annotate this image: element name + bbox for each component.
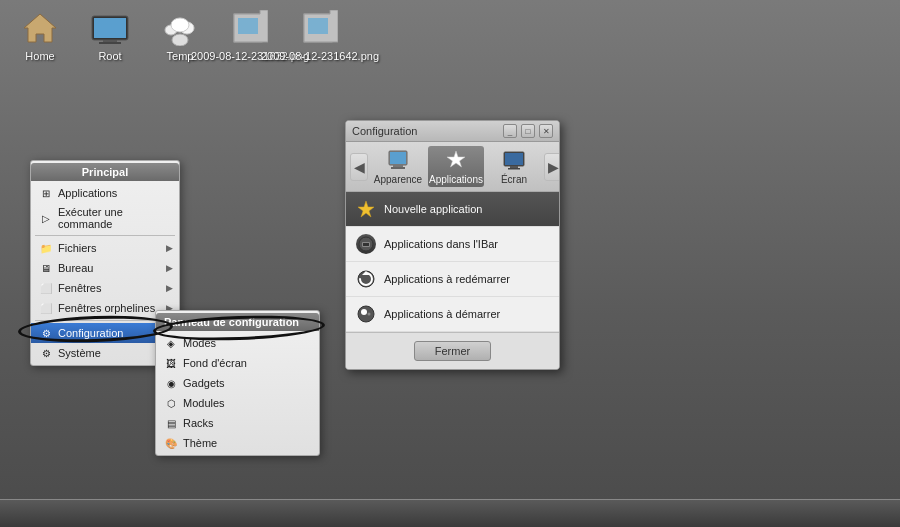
config-icon: ⚙ (39, 326, 53, 340)
menu-item-configuration-label: Configuration (58, 327, 123, 339)
menu-item-bureau-label: Bureau (58, 262, 93, 274)
config-panel-footer: Fermer (346, 332, 559, 369)
desktop-icon-root[interactable]: Root (80, 10, 140, 62)
titlebar-maximize-btn[interactable]: □ (521, 124, 535, 138)
menu-item-bureau[interactable]: 🖥 Bureau ▶ (31, 258, 179, 278)
config-panel-content: Nouvelle application Applications dans l… (346, 192, 559, 332)
desktop-icon-screenshot2[interactable]: 2009-08-12-231642.png (290, 10, 350, 62)
bureau-arrow: ▶ (166, 263, 173, 273)
menu-item-fenetres-label: Fenêtres (58, 282, 101, 294)
wallpaper-icon: 🖼 (164, 356, 178, 370)
menu-item-orphelines-label: Fenêtres orphelines (58, 302, 155, 314)
svg-marker-0 (24, 14, 56, 42)
config-item-demarrer[interactable]: Applications à démarrer (346, 297, 559, 332)
root-icon (90, 10, 130, 46)
applications-tab-icon (444, 148, 468, 172)
config-submenu: Panneau de configuration ◈ Modes 🖼 Fond … (155, 310, 320, 456)
nav-tab-apparence[interactable]: Apparence (370, 146, 426, 187)
screenshot2-icon (300, 10, 340, 46)
titlebar-close-btn[interactable]: ✕ (539, 124, 553, 138)
config-item-ibar[interactable]: Applications dans l'IBar (346, 227, 559, 262)
temp-label: Temp (167, 50, 194, 62)
menu-separator-2 (35, 320, 175, 321)
fermer-button[interactable]: Fermer (414, 341, 491, 361)
config-item-demarrer-label: Applications à démarrer (384, 308, 500, 320)
config-submenu-fond-label: Fond d'écran (183, 357, 247, 369)
menu-item-fenetres[interactable]: ⬜ Fenêtres ▶ (31, 278, 179, 298)
system-icon: ⚙ (39, 346, 53, 360)
menu-item-fichiers-label: Fichiers (58, 242, 97, 254)
svg-rect-14 (308, 18, 328, 34)
config-panel-window: Configuration _ □ ✕ ◀ (345, 120, 560, 370)
nav-tab-applications-label: Applications (429, 174, 483, 185)
desktop-icon-home[interactable]: Home (10, 10, 70, 62)
config-submenu-gadgets-label: Gadgets (183, 377, 225, 389)
nav-tab-applications[interactable]: Applications (428, 146, 484, 187)
app-icon: ⊞ (39, 186, 53, 200)
config-submenu-racks[interactable]: ▤ Racks (156, 413, 319, 433)
menu-item-executer-label: Exécuter une commande (58, 206, 171, 230)
menu-item-fichiers[interactable]: 📁 Fichiers ▶ (31, 238, 179, 258)
config-submenu-modules-label: Modules (183, 397, 225, 409)
apparence-icon (386, 148, 410, 172)
titlebar-minimize-btn[interactable]: _ (503, 124, 517, 138)
config-submenu-modes[interactable]: ◈ Modes (156, 333, 319, 353)
fichiers-arrow: ▶ (166, 243, 173, 253)
config-submenu-fond[interactable]: 🖼 Fond d'écran (156, 353, 319, 373)
temp-icon (160, 10, 200, 46)
start-icon (356, 304, 376, 324)
svg-rect-27 (363, 243, 369, 246)
restart-icon (356, 269, 376, 289)
nav-next-btn[interactable]: ▶ (544, 153, 560, 181)
run-icon: ▷ (39, 211, 53, 225)
config-panel-titlebar: Configuration _ □ ✕ (346, 121, 559, 142)
svg-marker-19 (447, 151, 465, 167)
svg-point-32 (368, 313, 371, 316)
svg-rect-22 (510, 166, 518, 168)
modules-icon: ⬡ (164, 396, 178, 410)
config-item-redemarrer[interactable]: Applications à redémarrer (346, 262, 559, 297)
svg-rect-16 (390, 152, 406, 164)
nav-prev-btn[interactable]: ◀ (350, 153, 368, 181)
bureau-icon: 🖥 (39, 261, 53, 275)
menu-separator-1 (35, 235, 175, 236)
config-submenu-modules[interactable]: ⬡ Modules (156, 393, 319, 413)
screenshot2-label: 2009-08-12-231642.png (261, 50, 379, 62)
config-submenu-header: Panneau de configuration (156, 313, 319, 331)
racks-icon: ▤ (164, 416, 178, 430)
nouvelle-app-star-icon (356, 199, 376, 219)
window-icon: ⬜ (39, 281, 53, 295)
svg-rect-11 (238, 18, 258, 34)
menu-item-executer[interactable]: ▷ Exécuter une commande (31, 203, 179, 233)
config-submenu-modes-label: Modes (183, 337, 216, 349)
fenetres-arrow: ▶ (166, 283, 173, 293)
nav-tab-ecran-label: Écran (501, 174, 527, 185)
svg-point-5 (172, 34, 188, 46)
config-submenu-theme-label: Thème (183, 437, 217, 449)
file-icon: 📁 (39, 241, 53, 255)
svg-rect-18 (391, 167, 405, 169)
config-panel-nav: ◀ Apparence (346, 142, 559, 192)
config-item-redemarrer-label: Applications à redémarrer (384, 273, 510, 285)
ibar-icon (356, 234, 376, 254)
config-item-nouvelle-application[interactable]: Nouvelle application (346, 192, 559, 227)
config-submenu-gadgets[interactable]: ◉ Gadgets (156, 373, 319, 393)
svg-point-31 (361, 309, 367, 315)
config-item-ibar-label: Applications dans l'IBar (384, 238, 498, 250)
menu-item-applications[interactable]: ⊞ Applications (31, 183, 179, 203)
home-label: Home (25, 50, 54, 62)
nav-tab-ecran[interactable]: Écran (486, 146, 542, 187)
svg-rect-2 (94, 18, 126, 38)
desktop-icons-row: Home Root Temp (0, 0, 360, 72)
config-submenu-racks-label: Racks (183, 417, 214, 429)
home-icon (20, 10, 60, 46)
orphan-icon: ⬜ (39, 301, 53, 315)
nav-tabs: Apparence Applications (370, 146, 542, 187)
svg-rect-17 (393, 165, 403, 167)
ecran-icon (502, 148, 526, 172)
titlebar-controls: _ □ ✕ (503, 124, 553, 138)
svg-marker-24 (358, 201, 374, 217)
nav-tab-apparence-label: Apparence (374, 174, 422, 185)
taskbar (0, 499, 900, 527)
config-submenu-theme[interactable]: 🎨 Thème (156, 433, 319, 453)
